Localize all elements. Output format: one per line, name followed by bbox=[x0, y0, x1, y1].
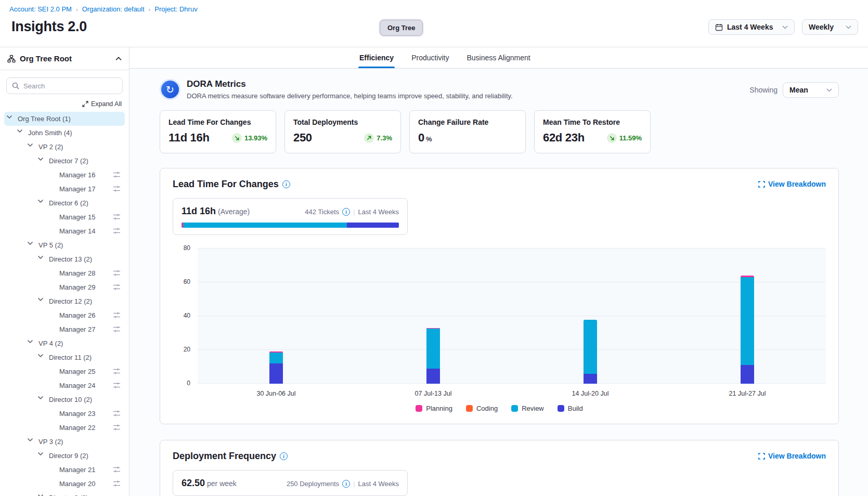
filter-sliders-icon[interactable] bbox=[113, 171, 121, 178]
bar-30-jun-06-jul[interactable] bbox=[269, 351, 283, 384]
tree-item-director-13-2-[interactable]: Director 13 (2) bbox=[4, 252, 125, 266]
deployments-count: 250 Deployments bbox=[287, 480, 339, 488]
chevron-down-icon[interactable] bbox=[37, 199, 46, 207]
filter-sliders-icon[interactable] bbox=[113, 213, 121, 220]
info-icon[interactable]: i bbox=[280, 452, 288, 460]
chevron-down-icon[interactable] bbox=[37, 297, 46, 306]
chevron-down-icon[interactable] bbox=[27, 438, 35, 446]
filter-sliders-icon[interactable] bbox=[113, 410, 121, 417]
legend-item-coding[interactable]: Coding bbox=[466, 404, 498, 412]
tree-item-label: Director 12 (2) bbox=[49, 297, 92, 305]
tree-item-manager-24[interactable]: Manager 24 bbox=[4, 378, 125, 393]
chevron-down-icon[interactable] bbox=[27, 143, 35, 151]
chevron-down-icon[interactable] bbox=[27, 241, 35, 250]
chevron-down-icon[interactable] bbox=[37, 255, 46, 264]
chevron-down-icon[interactable] bbox=[6, 115, 15, 123]
tree-item-director-6-2-[interactable]: Director 6 (2) bbox=[4, 196, 125, 210]
chevron-down-icon[interactable] bbox=[17, 129, 25, 137]
tree-item-manager-15[interactable]: Manager 15 bbox=[4, 210, 125, 224]
tree-item-label: VP 2 (2) bbox=[38, 143, 63, 151]
tree-item-manager-26[interactable]: Manager 26 bbox=[4, 308, 125, 322]
filter-sliders-icon[interactable] bbox=[113, 185, 121, 192]
filter-sliders-icon[interactable] bbox=[113, 325, 121, 333]
chevron-down-icon[interactable] bbox=[37, 452, 46, 460]
tree-item-john-smith-4-[interactable]: John Smith (4) bbox=[4, 126, 125, 140]
expand-all-button[interactable]: Expand All bbox=[0, 96, 129, 111]
filter-sliders-icon[interactable] bbox=[113, 311, 121, 319]
bar-21-jul-27-jul[interactable] bbox=[741, 276, 754, 384]
tree-item-manager-25[interactable]: Manager 25 bbox=[4, 364, 125, 378]
tree-item-director-11-2-[interactable]: Director 11 (2) bbox=[4, 350, 125, 364]
tree-item-manager-17[interactable]: Manager 17 bbox=[4, 182, 125, 196]
chevron-down-icon[interactable] bbox=[37, 157, 46, 165]
filter-sliders-icon[interactable] bbox=[113, 283, 121, 291]
tree-item-director-7-2-[interactable]: Director 7 (2) bbox=[4, 154, 125, 168]
tree-item-manager-16[interactable]: Manager 16 bbox=[4, 168, 125, 182]
bar-14-jul-20-jul[interactable] bbox=[584, 320, 597, 384]
chevron-down-icon[interactable] bbox=[37, 396, 46, 404]
filter-sliders-icon[interactable] bbox=[113, 480, 121, 487]
chevron-down-icon[interactable] bbox=[27, 340, 35, 348]
tree-item-label: Manager 16 bbox=[59, 171, 95, 179]
page-header: Account: SEI 2.0 PM›Organization: defaul… bbox=[0, 0, 868, 47]
tree-item-org-tree-root-1-[interactable]: Org Tree Root (1) bbox=[4, 112, 125, 126]
granularity-dropdown[interactable]: Weekly bbox=[802, 19, 858, 35]
tree-item-manager-27[interactable]: Manager 27 bbox=[4, 322, 125, 336]
view-breakdown-label: View Breakdown bbox=[768, 452, 826, 460]
legend-label: Coding bbox=[476, 404, 498, 412]
chevron-down-icon[interactable] bbox=[37, 494, 46, 496]
tree-item-manager-28[interactable]: Manager 28 bbox=[4, 266, 125, 280]
metric-card-value-row: 0% bbox=[418, 131, 517, 145]
info-icon[interactable]: i bbox=[342, 208, 350, 216]
filter-sliders-icon[interactable] bbox=[113, 269, 121, 277]
legend-item-review[interactable]: Review bbox=[511, 404, 544, 412]
tree-item-vp-4-2-[interactable]: VP 4 (2) bbox=[4, 336, 125, 350]
trend-badge: 13.93% bbox=[232, 133, 267, 143]
info-icon[interactable]: i bbox=[342, 480, 350, 488]
date-range-dropdown[interactable]: Last 4 Weeks bbox=[708, 19, 795, 35]
filter-sliders-icon[interactable] bbox=[113, 368, 121, 375]
breadcrumb-link[interactable]: Account: SEI 2.0 PM bbox=[9, 5, 72, 13]
calendar-icon bbox=[715, 23, 723, 31]
tree-item-manager-14[interactable]: Manager 14 bbox=[4, 224, 125, 238]
tree-item-vp-2-2-[interactable]: VP 2 (2) bbox=[4, 140, 125, 154]
search-input[interactable] bbox=[23, 82, 117, 90]
y-axis-tick: 0 bbox=[187, 380, 190, 387]
tree-item-label: VP 4 (2) bbox=[38, 340, 63, 347]
tree-item-manager-22[interactable]: Manager 22 bbox=[4, 421, 125, 435]
x-axis-label: 21 Jul-27 Jul bbox=[729, 390, 766, 397]
filter-sliders-icon[interactable] bbox=[113, 466, 121, 473]
deployment-view-breakdown-link[interactable]: View Breakdown bbox=[758, 452, 826, 460]
tree-item-label: Manager 15 bbox=[59, 213, 95, 221]
filter-sliders-icon[interactable] bbox=[113, 424, 121, 431]
tree-item-vp-5-2-[interactable]: VP 5 (2) bbox=[4, 238, 125, 252]
filter-sliders-icon[interactable] bbox=[113, 227, 121, 234]
tree-item-manager-21[interactable]: Manager 21 bbox=[4, 463, 125, 477]
legend-item-planning[interactable]: Planning bbox=[416, 404, 452, 412]
tree-item-director-8-2-[interactable]: Director 8 (2) bbox=[4, 491, 125, 496]
metric-card-value: 62d 23h bbox=[543, 131, 585, 145]
info-icon[interactable]: i bbox=[282, 180, 290, 188]
tree-item-manager-29[interactable]: Manager 29 bbox=[4, 280, 125, 294]
chevron-down-icon[interactable] bbox=[37, 354, 46, 362]
tree-item-label: Manager 26 bbox=[59, 311, 95, 319]
tree-item-manager-20[interactable]: Manager 20 bbox=[4, 477, 125, 491]
tree-item-director-9-2-[interactable]: Director 9 (2) bbox=[4, 449, 125, 463]
tree-item-manager-23[interactable]: Manager 23 bbox=[4, 407, 125, 421]
legend-item-build[interactable]: Build bbox=[558, 404, 583, 412]
breadcrumb-link[interactable]: Project: Dhruv bbox=[154, 5, 197, 13]
tree-item-vp-3-2-[interactable]: VP 3 (2) bbox=[4, 435, 125, 449]
tab-productivity[interactable]: Productivity bbox=[410, 47, 450, 68]
aggregation-dropdown[interactable]: Mean bbox=[783, 82, 839, 98]
tab-business-alignment[interactable]: Business Alignment bbox=[466, 47, 532, 68]
lead-time-view-breakdown-link[interactable]: View Breakdown bbox=[758, 180, 826, 188]
deployment-frequency-title: Deployment Frequency bbox=[173, 451, 276, 462]
collapse-sidebar-icon[interactable] bbox=[115, 57, 122, 61]
breadcrumb-link[interactable]: Organization: default bbox=[82, 5, 145, 13]
filter-sliders-icon[interactable] bbox=[113, 382, 121, 389]
bar-07-jul-13-jul[interactable] bbox=[426, 328, 440, 384]
tab-efficiency[interactable]: Efficiency bbox=[358, 47, 395, 68]
tree-item-director-12-2-[interactable]: Director 12 (2) bbox=[4, 294, 125, 308]
tree-item-director-10-2-[interactable]: Director 10 (2) bbox=[4, 393, 125, 407]
org-tree-button[interactable]: Org Tree bbox=[380, 20, 423, 36]
